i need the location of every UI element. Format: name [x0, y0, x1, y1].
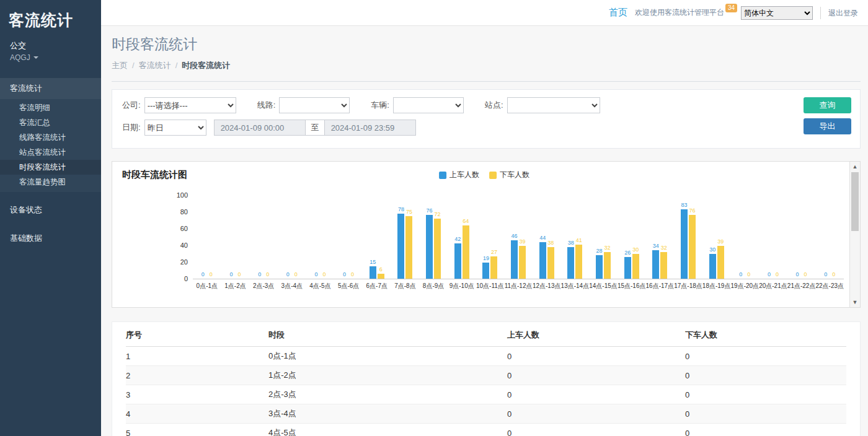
bar-column: 0 — [774, 196, 781, 279]
logout-link[interactable]: 退出登录 — [820, 7, 858, 19]
sidebar-item-设备状态[interactable]: 设备状态 — [0, 199, 101, 220]
x-axis-category-label: 12点-13点 — [533, 282, 561, 290]
date-start-input[interactable] — [214, 120, 306, 136]
bar-value-label: 39 — [520, 239, 526, 245]
y-axis-tick-label: 0 — [163, 275, 188, 282]
bar-column: 15 — [370, 196, 376, 279]
query-button[interactable]: 查询 — [804, 97, 851, 113]
bar-下车人数 — [434, 219, 441, 279]
export-button[interactable]: 导出 — [804, 118, 851, 134]
caret-down-icon — [33, 56, 38, 59]
org-code-dropdown[interactable]: AQGJ — [0, 51, 101, 62]
bar-下车人数 — [378, 274, 384, 279]
bar-column: 38 — [567, 196, 574, 279]
company-select[interactable]: ---请选择--- — [144, 97, 236, 113]
bar-上车人数 — [652, 250, 659, 279]
x-axis-category-label: 16点-17点 — [646, 282, 675, 290]
bar-column: 0 — [208, 196, 215, 279]
legend-item-下车人数[interactable]: 下车人数 — [489, 170, 529, 180]
date-preset-select[interactable]: 昨日 — [144, 120, 206, 136]
bar-value-label: 0 — [768, 272, 771, 277]
chart-category-group: 78757点-8点 — [391, 196, 420, 279]
breadcrumb-passenger-stats[interactable]: 客流统计 — [139, 61, 171, 70]
home-link[interactable]: 首页 — [609, 7, 627, 19]
sidebar-item-线路客流统计[interactable]: 线路客流统计 — [0, 130, 101, 145]
chart-category-group: 0021点-22点 — [787, 196, 816, 279]
bar-column: 78 — [397, 196, 404, 279]
sidebar-item-客流明细[interactable]: 客流明细 — [0, 100, 101, 115]
bar-column: 0 — [236, 196, 242, 279]
bar-value-label: 32 — [661, 245, 667, 251]
bar-column: 0 — [830, 196, 837, 279]
x-axis-category-label: 21点-22点 — [787, 282, 816, 290]
breadcrumb-home[interactable]: 主页 — [112, 61, 128, 70]
bar-上车人数 — [426, 215, 433, 279]
breadcrumb-current: 时段客流统计 — [182, 61, 230, 70]
bar-value-label: 0 — [210, 272, 213, 277]
org-code-label: AQGJ — [10, 53, 30, 62]
bar-下车人数 — [660, 252, 667, 279]
chart-category-group: 004点-5点 — [306, 196, 335, 279]
line-select[interactable] — [279, 97, 350, 113]
table-cell: 0 — [507, 404, 685, 424]
chart-category-group: 005点-6点 — [334, 196, 363, 279]
bar-value-label: 0 — [286, 272, 290, 277]
bar-value-label: 39 — [717, 239, 724, 245]
table-cell: 3点-4点 — [268, 404, 507, 424]
scrollbar-thumb[interactable] — [851, 172, 859, 231]
date-end-input[interactable] — [324, 120, 416, 136]
sidebar-item-时段客流统计[interactable]: 时段客流统计 — [0, 160, 101, 175]
bar-value-label: 76 — [427, 208, 433, 214]
legend-swatch-icon — [439, 172, 446, 179]
legend-item-上车人数[interactable]: 上车人数 — [439, 170, 479, 180]
x-axis-category-label: 7点-8点 — [394, 282, 415, 290]
bar-value-label: 0 — [266, 272, 269, 277]
table-column-header: 序号 — [126, 323, 268, 347]
bar-下车人数 — [575, 245, 582, 279]
bar-value-label: 41 — [576, 238, 582, 243]
x-axis-category-label: 6点-7点 — [366, 282, 388, 290]
bar-value-label: 83 — [681, 203, 687, 208]
legend-label: 上车人数 — [450, 170, 479, 180]
bar-value-label: 0 — [747, 272, 750, 277]
station-select[interactable] — [507, 97, 600, 113]
bar-column: 44 — [539, 196, 546, 279]
vehicle-select[interactable] — [393, 97, 464, 113]
bar-column: 0 — [228, 196, 234, 279]
table-row: 43点-4点00 — [126, 404, 846, 424]
bar-column: 41 — [575, 196, 582, 279]
sidebar-menu: 客流统计 客流明细客流汇总线路客流统计站点客流统计时段客流统计客流量趋势图 设备… — [0, 78, 101, 249]
bar-value-label: 78 — [398, 207, 404, 212]
language-select[interactable]: 简体中文 — [741, 6, 813, 20]
table-cell: 0 — [507, 347, 685, 366]
scroll-down-icon[interactable]: ▼ — [850, 297, 860, 307]
data-table-panel: 序号时段上车人数下车人数 10点-1点0021点-2点0032点-3点0043点… — [112, 321, 861, 436]
table-row: 54点-5点00 — [126, 424, 846, 436]
chart-category-group: 303918点-19点 — [702, 196, 731, 279]
sidebar-item-客流量趋势图[interactable]: 客流量趋势图 — [0, 175, 101, 190]
bar-value-label: 0 — [258, 272, 261, 277]
chart-bars-area: 000点-1点001点-2点002点-3点003点-4点004点-5点005点-… — [193, 196, 844, 279]
bar-value-label: 30 — [709, 247, 715, 253]
bar-column: 39 — [717, 196, 724, 279]
x-axis-category-label: 5点-6点 — [338, 282, 359, 290]
bar-column: 0 — [737, 196, 744, 279]
bar-下车人数 — [519, 246, 526, 279]
table-column-header: 上车人数 — [507, 323, 685, 347]
chart-category-group: 0022点-23点 — [815, 196, 844, 279]
table-cell: 4点-5点 — [268, 424, 507, 436]
chart-scrollbar[interactable]: ▲ ▼ — [849, 162, 860, 307]
sidebar-section-passenger-stats[interactable]: 客流统计 — [0, 78, 101, 99]
breadcrumb-separator: / — [132, 61, 135, 70]
scroll-up-icon[interactable]: ▲ — [850, 162, 860, 172]
bar-value-label: 64 — [463, 219, 469, 224]
sidebar-item-站点客流统计[interactable]: 站点客流统计 — [0, 145, 101, 160]
bar-value-label: 0 — [832, 272, 835, 277]
sidebar-item-客流汇总[interactable]: 客流汇总 — [0, 115, 101, 130]
page-body: 时段客流统计 主页/客流统计/时段客流统计 公司: ---请选择--- 线路: … — [101, 35, 868, 436]
bar-value-label: 0 — [739, 272, 742, 277]
bar-column: 26 — [624, 196, 631, 279]
bar-column: 0 — [766, 196, 773, 279]
sidebar-item-基础数据[interactable]: 基础数据 — [0, 228, 101, 249]
app-logo-title[interactable]: 客流统计 — [0, 0, 101, 30]
